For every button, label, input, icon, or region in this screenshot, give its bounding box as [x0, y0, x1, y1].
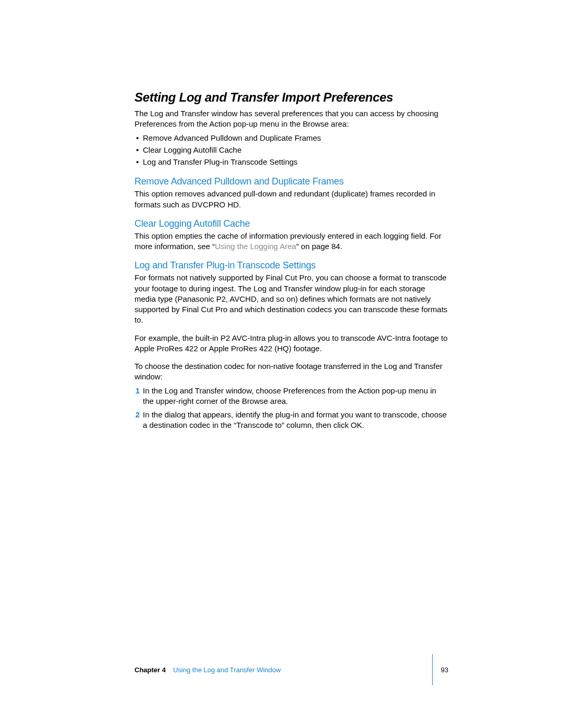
section-paragraph: For formats not natively supported by Fi…	[134, 273, 448, 325]
page-footer: Chapter 4 Using the Log and Transfer Win…	[134, 654, 448, 685]
section-heading-pulldown: Remove Advanced Pulldown and Duplicate F…	[134, 176, 448, 187]
cross-reference-link[interactable]: Using the Logging Area	[215, 242, 296, 251]
list-item: Clear Logging Autofill Cache	[134, 144, 448, 156]
chapter-title: Using the Log and Transfer Window	[173, 666, 281, 674]
step-item: In the dialog that appears, identify the…	[134, 410, 448, 431]
task-label: To choose the destination codec for non-…	[134, 361, 448, 382]
step-list: In the Log and Transfer window, choose P…	[134, 386, 448, 431]
list-item: Log and Transfer Plug-in Transcode Setti…	[134, 156, 448, 168]
step-item: In the Log and Transfer window, choose P…	[134, 386, 448, 407]
list-item: Remove Advanced Pulldown and Duplicate F…	[134, 132, 448, 144]
page-number: 93	[441, 666, 448, 674]
section-paragraph: For example, the built-in P2 AVC-Intra p…	[134, 333, 448, 354]
chapter-label: Chapter 4	[134, 666, 166, 674]
page-title: Setting Log and Transfer Import Preferen…	[134, 90, 448, 105]
intro-paragraph: The Log and Transfer window has several …	[134, 108, 448, 130]
footer-divider	[432, 654, 433, 685]
section-heading-transcode: Log and Transfer Plug-in Transcode Setti…	[134, 260, 448, 271]
text-run: ” on page 84.	[296, 242, 342, 251]
section-paragraph: This option removes advanced pull-down a…	[134, 189, 448, 210]
preference-list: Remove Advanced Pulldown and Duplicate F…	[134, 132, 448, 168]
section-paragraph: This option empties the cache of informa…	[134, 231, 448, 252]
section-heading-autofill: Clear Logging Autofill Cache	[134, 218, 448, 229]
page-content: Setting Log and Transfer Import Preferen…	[0, 0, 563, 431]
